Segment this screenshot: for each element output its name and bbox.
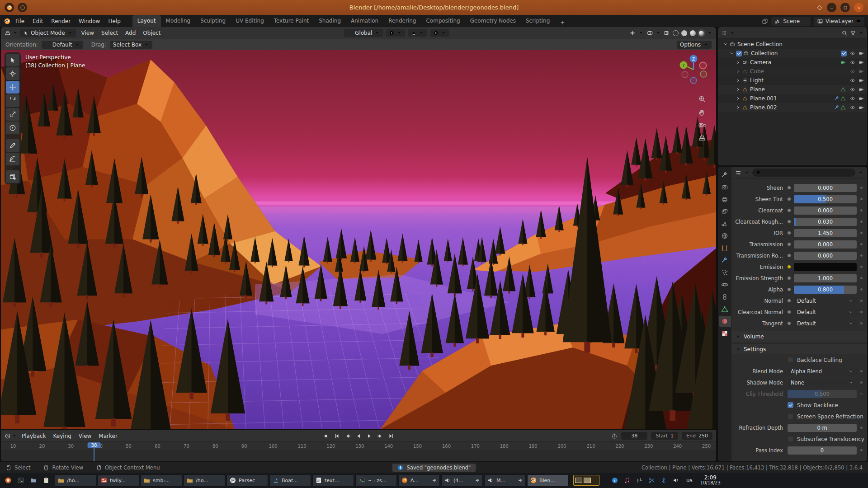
viewport-menu-view[interactable]: View bbox=[78, 28, 98, 38]
viewport-3d[interactable]: User Perspective (38) Collection | Plane… bbox=[1, 50, 716, 429]
window-app-icon[interactable] bbox=[5, 3, 14, 12]
node-socket[interactable] bbox=[788, 197, 791, 201]
play-button[interactable] bbox=[364, 432, 374, 440]
chevron-right-icon[interactable] bbox=[736, 69, 741, 74]
clearcoat-slider[interactable]: 0.000 bbox=[794, 206, 857, 215]
workspace-pager[interactable] bbox=[573, 475, 599, 486]
chevron-right-icon[interactable] bbox=[736, 87, 741, 92]
animate-decorator[interactable] bbox=[860, 381, 863, 384]
animate-decorator[interactable] bbox=[860, 427, 863, 429]
tool-transform-button[interactable] bbox=[6, 122, 19, 134]
gizmo-neg-x-axis[interactable] bbox=[682, 71, 688, 78]
blend-mode-dropdown[interactable]: Alpha Blend bbox=[788, 367, 857, 375]
clock[interactable]: 2:09 10/18/23 bbox=[700, 475, 721, 486]
animate-decorator[interactable] bbox=[860, 370, 863, 372]
tool-scale-button[interactable] bbox=[6, 108, 19, 121]
frame-end-field[interactable]: End250 bbox=[682, 432, 712, 440]
outliner-row-collection[interactable]: Collection bbox=[718, 49, 867, 58]
tool-move-button[interactable] bbox=[6, 81, 19, 94]
render-visibility-icon[interactable] bbox=[859, 87, 864, 92]
chevron-down-icon[interactable] bbox=[638, 30, 644, 36]
auto-keying-button[interactable] bbox=[321, 432, 331, 440]
transform-orientation-dropdown[interactable]: Global bbox=[344, 29, 383, 37]
backface-culling-checkbox[interactable] bbox=[788, 357, 793, 363]
outliner-row-camera[interactable]: Camera bbox=[718, 58, 867, 67]
taskbar-window-a[interactable]: A... bbox=[398, 474, 440, 487]
workspace-tab-layout[interactable]: Layout bbox=[132, 15, 161, 27]
current-frame-field[interactable]: 38 bbox=[621, 432, 647, 440]
frame-start-field[interactable]: Start1 bbox=[651, 432, 678, 440]
taskbar-window-boat[interactable]: Boat... bbox=[269, 474, 311, 487]
node-socket[interactable] bbox=[788, 310, 791, 314]
workspace-tab-scripting[interactable]: Scripting bbox=[521, 15, 555, 27]
transmission-ro-slider[interactable]: 0.000 bbox=[794, 252, 857, 260]
outliner-row-plane-001[interactable]: Plane.001 bbox=[718, 94, 867, 103]
eye-icon[interactable] bbox=[850, 51, 855, 56]
chevron-down-icon[interactable] bbox=[744, 170, 750, 175]
workspace-tab-uv-editing[interactable]: UV Editing bbox=[231, 15, 269, 27]
animate-decorator[interactable] bbox=[860, 187, 863, 189]
timeline-track-area[interactable]: 1020304050607080901001101201301401501601… bbox=[1, 442, 716, 461]
chevron-down-icon[interactable] bbox=[13, 30, 18, 36]
node-socket[interactable] bbox=[788, 265, 791, 268]
gizmo-x-axis[interactable] bbox=[700, 62, 707, 69]
chevron-right-icon[interactable] bbox=[736, 96, 741, 101]
snapping-dropdown[interactable] bbox=[408, 29, 427, 37]
chevron-right-icon[interactable] bbox=[736, 78, 741, 83]
toggle-xray-icon[interactable] bbox=[664, 30, 670, 36]
editor-type-properties-icon[interactable] bbox=[735, 169, 741, 176]
eye-icon[interactable] bbox=[850, 78, 855, 83]
orientation-setting-dropdown[interactable]: Default bbox=[42, 41, 83, 49]
tool-measure-button[interactable] bbox=[6, 153, 19, 165]
properties-tab-output[interactable] bbox=[719, 194, 731, 205]
workspace-tab-shading[interactable]: Shading bbox=[314, 15, 346, 27]
chevron-right-icon[interactable] bbox=[736, 60, 741, 65]
editor-type-outliner-icon[interactable] bbox=[721, 30, 727, 36]
bluetooth-icon[interactable] bbox=[660, 477, 667, 484]
chevron-right-icon[interactable] bbox=[736, 105, 741, 110]
viewport-menu-select[interactable]: Select bbox=[98, 28, 122, 38]
shading-rendered-button[interactable] bbox=[698, 30, 704, 36]
scene-selector[interactable]: Scene bbox=[771, 17, 811, 26]
animate-decorator[interactable] bbox=[860, 300, 863, 302]
taskbar-window-zs[interactable]: ~ : zs... bbox=[355, 474, 397, 487]
pivot-point-dropdown[interactable] bbox=[386, 29, 405, 37]
tool-cursor-button[interactable] bbox=[6, 67, 19, 80]
normal-dropdown[interactable]: Default bbox=[794, 297, 857, 305]
exclude-checkbox[interactable] bbox=[841, 51, 847, 56]
emission-color-swatch[interactable] bbox=[794, 263, 857, 271]
properties-tab-modifiers[interactable] bbox=[719, 255, 731, 266]
chevron-down-icon[interactable] bbox=[859, 30, 864, 36]
maximize-button[interactable] bbox=[840, 3, 850, 12]
file-manager-launcher[interactable] bbox=[28, 475, 39, 486]
chevron-down-icon[interactable] bbox=[12, 433, 17, 439]
jump-to-end-button[interactable] bbox=[386, 432, 396, 440]
node-socket[interactable] bbox=[788, 288, 791, 291]
chevron-down-icon[interactable] bbox=[723, 42, 728, 47]
workspace-tab-texture-paint[interactable]: Texture Paint bbox=[269, 15, 314, 27]
node-socket[interactable] bbox=[788, 299, 791, 302]
node-socket[interactable] bbox=[788, 277, 791, 280]
properties-tab-texture[interactable] bbox=[719, 328, 731, 339]
render-visibility-icon[interactable] bbox=[859, 96, 864, 101]
render-visibility-icon[interactable] bbox=[859, 78, 864, 83]
clearcoat-normal-dropdown[interactable]: Default bbox=[794, 308, 857, 316]
chevron-down-icon[interactable] bbox=[730, 30, 735, 36]
menu-file[interactable]: File bbox=[11, 16, 28, 26]
workspace-tab-rendering[interactable]: Rendering bbox=[383, 15, 421, 27]
taskbar-window-4[interactable]: (4... bbox=[441, 474, 483, 487]
render-visibility-icon[interactable] bbox=[859, 51, 864, 56]
next-keyframe-button[interactable] bbox=[375, 432, 385, 440]
terminal-launcher[interactable] bbox=[15, 475, 26, 486]
play-reverse-button[interactable] bbox=[354, 432, 363, 440]
viewport-3d-scene[interactable] bbox=[1, 50, 716, 429]
applications-menu-button[interactable] bbox=[2, 475, 14, 486]
scene-copies-icon[interactable] bbox=[762, 18, 768, 24]
taskbar-window-blen[interactable]: Blen... bbox=[527, 474, 569, 487]
properties-tab-render[interactable] bbox=[719, 182, 731, 192]
show-gizmo-icon[interactable] bbox=[629, 30, 636, 36]
tool-annotate-button[interactable] bbox=[6, 139, 19, 152]
network-icon[interactable] bbox=[636, 477, 643, 484]
show-overlays-icon[interactable] bbox=[646, 30, 653, 36]
viewport-menu-add[interactable]: Add bbox=[122, 28, 139, 38]
